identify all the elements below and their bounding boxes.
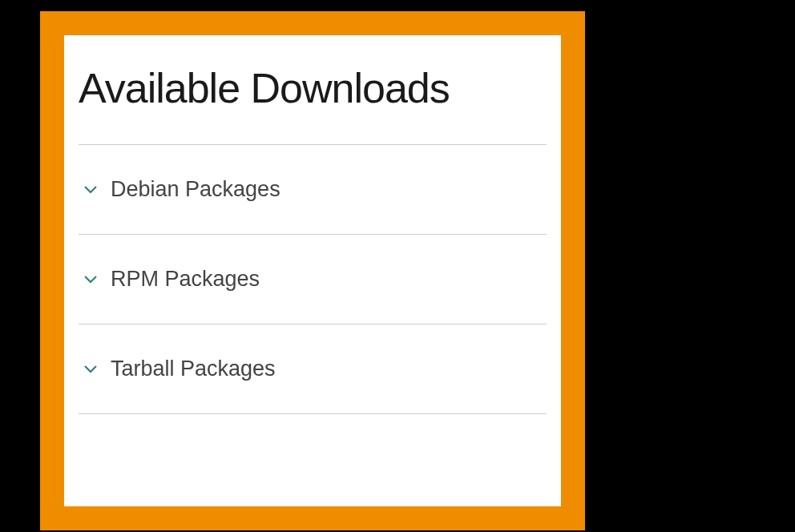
accordion-item-label: Tarball Packages bbox=[111, 357, 276, 381]
chevron-down-icon bbox=[83, 362, 98, 377]
accordion-item-tarball[interactable]: Tarball Packages bbox=[79, 324, 547, 414]
accordion-item-label: Debian Packages bbox=[111, 177, 280, 202]
accordion-item-rpm[interactable]: RPM Packages bbox=[79, 235, 547, 324]
accordion-item-debian[interactable]: Debian Packages bbox=[79, 145, 547, 235]
chevron-down-icon bbox=[83, 272, 98, 287]
accordion-item-label: RPM Packages bbox=[111, 267, 260, 292]
downloads-frame: Available Downloads Debian Packages RPM … bbox=[40, 11, 585, 530]
section-title: Available Downloads bbox=[79, 64, 547, 112]
downloads-panel: Available Downloads Debian Packages RPM … bbox=[64, 35, 561, 506]
chevron-down-icon bbox=[83, 183, 98, 197]
accordion-list: Debian Packages RPM Packages Tarball Pac… bbox=[79, 144, 547, 414]
